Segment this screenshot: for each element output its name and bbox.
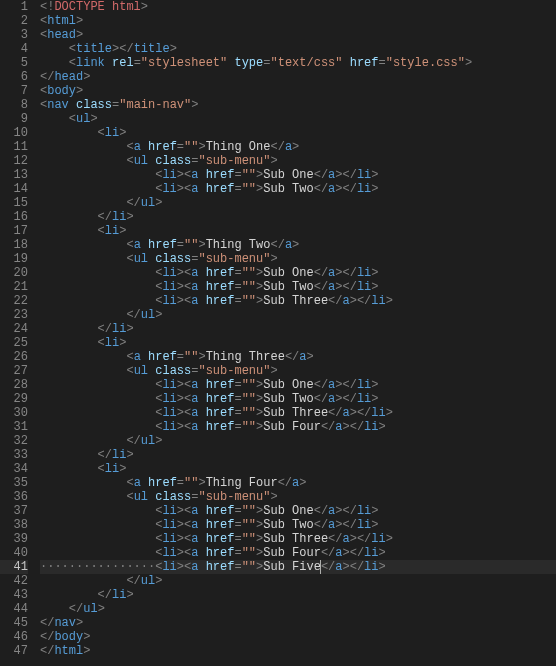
code-line[interactable]: <a href="">Thing Four</a> — [40, 476, 556, 490]
line-number: 8 — [0, 98, 28, 112]
code-line[interactable]: <ul> — [40, 112, 556, 126]
line-number: 15 — [0, 196, 28, 210]
code-line[interactable]: <li><a href="">Sub Two</a></li> — [40, 392, 556, 406]
code-line[interactable]: <title></title> — [40, 42, 556, 56]
line-number: 38 — [0, 518, 28, 532]
code-line[interactable]: <ul class="sub-menu"> — [40, 154, 556, 168]
line-number: 14 — [0, 182, 28, 196]
code-line[interactable]: <li> — [40, 336, 556, 350]
code-line[interactable]: <li><a href="">Sub Four</a></li> — [40, 546, 556, 560]
line-number: 36 — [0, 490, 28, 504]
code-line[interactable]: <li><a href="">Sub One</a></li> — [40, 504, 556, 518]
code-line[interactable]: <li><a href="">Sub Two</a></li> — [40, 518, 556, 532]
line-number: 28 — [0, 378, 28, 392]
line-number: 41 — [0, 560, 28, 574]
code-line[interactable]: <a href="">Thing One</a> — [40, 140, 556, 154]
code-line[interactable]: </ul> — [40, 308, 556, 322]
line-number: 10 — [0, 126, 28, 140]
line-number: 45 — [0, 616, 28, 630]
code-area[interactable]: <!DOCTYPE html><html><head> <title></tit… — [36, 0, 556, 666]
code-line[interactable]: </li> — [40, 448, 556, 462]
code-line[interactable]: <link rel="stylesheet" type="text/css" h… — [40, 56, 556, 70]
line-number: 12 — [0, 154, 28, 168]
line-number: 6 — [0, 70, 28, 84]
line-number: 39 — [0, 532, 28, 546]
code-line[interactable]: </li> — [40, 210, 556, 224]
code-line[interactable]: <li><a href="">Sub One</a></li> — [40, 266, 556, 280]
line-number: 31 — [0, 420, 28, 434]
line-number: 40 — [0, 546, 28, 560]
code-line[interactable]: <head> — [40, 28, 556, 42]
line-number: 43 — [0, 588, 28, 602]
code-line[interactable]: <a href="">Thing Three</a> — [40, 350, 556, 364]
line-number: 42 — [0, 574, 28, 588]
line-number: 47 — [0, 644, 28, 658]
line-number: 34 — [0, 462, 28, 476]
code-line[interactable]: </ul> — [40, 196, 556, 210]
line-number: 27 — [0, 364, 28, 378]
line-number: 46 — [0, 630, 28, 644]
code-line[interactable]: </head> — [40, 70, 556, 84]
code-line[interactable]: <li><a href="">Sub Three</a></li> — [40, 406, 556, 420]
line-number: 13 — [0, 168, 28, 182]
code-line[interactable]: <li><a href="">Sub Two</a></li> — [40, 280, 556, 294]
line-number: 17 — [0, 224, 28, 238]
code-line[interactable]: </li> — [40, 588, 556, 602]
code-line[interactable]: <ul class="sub-menu"> — [40, 490, 556, 504]
line-number: 37 — [0, 504, 28, 518]
line-number: 32 — [0, 434, 28, 448]
line-number: 11 — [0, 140, 28, 154]
line-number: 30 — [0, 406, 28, 420]
code-line[interactable]: </ul> — [40, 434, 556, 448]
code-line[interactable]: <body> — [40, 84, 556, 98]
line-number: 33 — [0, 448, 28, 462]
line-number: 5 — [0, 56, 28, 70]
line-number: 3 — [0, 28, 28, 42]
code-line[interactable]: <nav class="main-nav"> — [40, 98, 556, 112]
line-gutter: 1234567891011121314151617181920212223242… — [0, 0, 36, 666]
line-number: 1 — [0, 0, 28, 14]
line-number: 18 — [0, 238, 28, 252]
line-number: 26 — [0, 350, 28, 364]
code-line[interactable]: <li><a href="">Sub Four</a></li> — [40, 420, 556, 434]
line-number: 23 — [0, 308, 28, 322]
line-number: 22 — [0, 294, 28, 308]
code-line[interactable]: </li> — [40, 322, 556, 336]
code-line[interactable]: <ul class="sub-menu"> — [40, 364, 556, 378]
code-line[interactable]: <li><a href="">Sub Two</a></li> — [40, 182, 556, 196]
code-line[interactable]: </ul> — [40, 574, 556, 588]
line-number: 35 — [0, 476, 28, 490]
code-line[interactable]: <li> — [40, 224, 556, 238]
line-number: 21 — [0, 280, 28, 294]
line-number: 4 — [0, 42, 28, 56]
line-number: 29 — [0, 392, 28, 406]
line-number: 16 — [0, 210, 28, 224]
code-line[interactable]: <li> — [40, 462, 556, 476]
code-editor[interactable]: 1234567891011121314151617181920212223242… — [0, 0, 556, 666]
line-number: 24 — [0, 322, 28, 336]
line-number: 44 — [0, 602, 28, 616]
code-line[interactable]: </nav> — [40, 616, 556, 630]
code-line[interactable]: <li><a href="">Sub Three</a></li> — [40, 294, 556, 308]
code-line[interactable]: <li> — [40, 126, 556, 140]
code-line[interactable]: <li><a href="">Sub One</a></li> — [40, 168, 556, 182]
line-number: 20 — [0, 266, 28, 280]
code-line[interactable]: </body> — [40, 630, 556, 644]
line-number: 19 — [0, 252, 28, 266]
code-line[interactable]: <!DOCTYPE html> — [40, 0, 556, 14]
code-line[interactable]: <ul class="sub-menu"> — [40, 252, 556, 266]
code-line[interactable]: <li><a href="">Sub Three</a></li> — [40, 532, 556, 546]
code-line[interactable]: <a href="">Thing Two</a> — [40, 238, 556, 252]
code-line[interactable]: <li><a href="">Sub One</a></li> — [40, 378, 556, 392]
code-line[interactable]: ················<li><a href="">Sub Five<… — [40, 560, 556, 574]
line-number: 2 — [0, 14, 28, 28]
code-line[interactable]: <html> — [40, 14, 556, 28]
code-line[interactable]: </html> — [40, 644, 556, 658]
code-line[interactable]: </ul> — [40, 602, 556, 616]
line-number: 25 — [0, 336, 28, 350]
line-number: 9 — [0, 112, 28, 126]
line-number: 7 — [0, 84, 28, 98]
